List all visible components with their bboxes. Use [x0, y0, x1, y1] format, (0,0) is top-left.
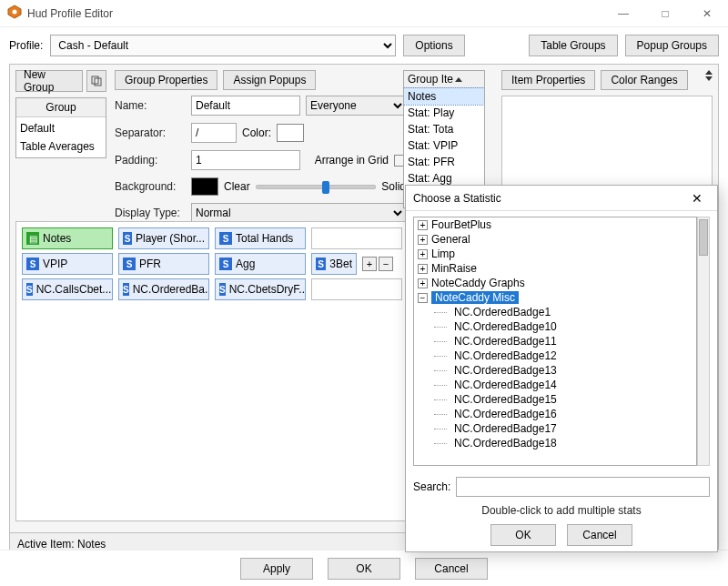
dialog-title: Choose a Statistic [413, 192, 684, 205]
app-icon [7, 5, 22, 22]
table-groups-button[interactable]: Table Groups [529, 35, 617, 56]
expand-icon[interactable]: + [418, 278, 428, 288]
expand-icon[interactable]: + [418, 264, 428, 274]
collapse-icon[interactable]: − [418, 293, 428, 303]
stat-cell[interactable]: SNC.CallsCbet... [22, 278, 113, 300]
tree-leaf[interactable]: NC.OrderedBadge13 [414, 363, 696, 378]
dialog-close-button[interactable]: ✕ [684, 191, 710, 206]
tree-node[interactable]: +MinRaise [414, 261, 696, 276]
close-button[interactable]: ✕ [686, 0, 728, 27]
tab-color-ranges[interactable]: Color Ranges [601, 70, 687, 90]
stat-cell[interactable]: SNC.CbetsDryF... [215, 278, 306, 300]
expand-icon[interactable]: + [418, 220, 428, 230]
stat-icon: S [26, 258, 39, 270]
stat-tree[interactable]: +FourBetPlus +General +Limp +MinRaise +N… [413, 217, 697, 466]
group-items-header: Group Ite [404, 71, 484, 88]
svg-point-1 [13, 10, 17, 15]
profile-select[interactable]: Cash - Default [50, 35, 396, 56]
display-type-label: Display Type: [115, 207, 186, 219]
window-title: Hud Profile Editor [27, 7, 602, 20]
stat-icon: S [26, 283, 33, 296]
opacity-slider[interactable] [256, 185, 377, 189]
clear-label: Clear [224, 180, 250, 193]
padding-label: Padding: [115, 154, 186, 167]
visibility-select[interactable]: Everyone [306, 96, 406, 116]
group-header: Group [16, 98, 106, 117]
active-item-label: Active Item: Notes [17, 538, 106, 551]
color-swatch[interactable] [277, 124, 304, 142]
choose-statistic-dialog: Choose a Statistic ✕ +FourBetPlus +Gener… [405, 185, 718, 552]
dialog-ok-button[interactable]: OK [490, 524, 556, 546]
stat-cell[interactable]: STotal Hands [215, 227, 306, 249]
stat-cell[interactable]: SPlayer (Shor... [118, 227, 209, 249]
solid-label: Solid [381, 180, 406, 193]
add-cell-button[interactable]: + [362, 257, 377, 271]
cancel-button[interactable]: Cancel [415, 558, 488, 580]
ok-button[interactable]: OK [328, 558, 400, 580]
group-properties-panel: Name: Everyone Separator: Color: Padding… [115, 96, 406, 230]
stat-icon: S [123, 258, 136, 270]
groups-list[interactable]: Group Default Table Averages [15, 97, 106, 158]
dialog-hint: Double-click to add multiple stats [406, 504, 717, 517]
dialog-cancel-button[interactable]: Cancel [567, 524, 632, 546]
stat-cell[interactable]: SAgg [215, 253, 306, 275]
group-item[interactable]: Table Averages [16, 137, 106, 156]
tab-item-properties[interactable]: Item Properties [501, 70, 595, 90]
search-input[interactable] [456, 477, 710, 497]
group-item-row[interactable]: Notes [404, 88, 484, 105]
group-item-row[interactable]: Stat: VPIP [404, 137, 484, 154]
tree-node[interactable]: +NoteCaddy Graphs [414, 276, 696, 290]
tree-leaf[interactable]: NC.OrderedBadge15 [414, 392, 696, 407]
expand-icon[interactable]: + [418, 235, 428, 245]
tab-group-properties[interactable]: Group Properties [115, 70, 217, 90]
expand-icon[interactable]: + [418, 249, 428, 259]
clone-group-button[interactable] [86, 70, 106, 92]
padding-input[interactable] [191, 150, 300, 170]
reorder-down-icon[interactable] [705, 76, 713, 81]
tree-node[interactable]: +FourBetPlus [414, 217, 696, 232]
tree-leaf[interactable]: NC.OrderedBadge1 [414, 305, 696, 319]
tree-leaf[interactable]: NC.OrderedBadge17 [414, 421, 696, 436]
stat-cell-notes[interactable]: ▤Notes [22, 227, 113, 249]
group-item-row[interactable]: Stat: PFR [404, 154, 484, 170]
tree-node[interactable]: +General [414, 232, 696, 247]
tab-assign-popups[interactable]: Assign Popups [223, 70, 316, 90]
tree-leaf[interactable]: NC.OrderedBadge16 [414, 407, 696, 421]
name-input[interactable] [191, 96, 300, 116]
tree-node[interactable]: +Limp [414, 247, 696, 261]
tree-scrollbar[interactable] [697, 217, 710, 466]
tree-leaf[interactable]: NC.OrderedBadge12 [414, 349, 696, 363]
reorder-up-icon[interactable] [705, 70, 713, 75]
tree-leaf[interactable]: NC.OrderedBadge10 [414, 319, 696, 334]
group-item-row[interactable]: Stat: Play [404, 105, 484, 121]
options-button[interactable]: Options [403, 35, 464, 56]
stat-cell[interactable]: SVPIP [22, 253, 113, 275]
stat-cell[interactable]: SPFR [118, 253, 209, 275]
stat-cell-empty[interactable] [311, 227, 402, 249]
stat-icon: S [219, 232, 232, 245]
remove-cell-button[interactable]: − [379, 257, 393, 271]
new-group-button[interactable]: New Group [15, 70, 83, 92]
tree-leaf[interactable]: NC.OrderedBadge11 [414, 334, 696, 349]
sort-icon [455, 77, 462, 82]
maximize-button[interactable]: □ [644, 0, 686, 27]
apply-button[interactable]: Apply [240, 558, 313, 580]
group-item-row[interactable]: Stat: Tota [404, 121, 484, 137]
popup-groups-button[interactable]: Popup Groups [625, 35, 719, 56]
separator-input[interactable] [191, 123, 237, 143]
tree-leaf[interactable]: NC.OrderedBadge18 [414, 436, 696, 450]
tree-node-expanded[interactable]: −NoteCaddy Misc [414, 290, 696, 305]
stat-cell[interactable]: S3Bet [311, 253, 357, 275]
profile-label: Profile: [9, 39, 43, 52]
display-type-select[interactable]: Normal [191, 203, 406, 223]
background-swatch[interactable] [191, 177, 218, 196]
stat-cell[interactable]: SNC.OrderedBa... [118, 278, 209, 300]
minimize-button[interactable]: — [602, 0, 644, 27]
tree-leaf[interactable]: NC.OrderedBadge14 [414, 378, 696, 392]
stat-icon: S [219, 258, 232, 270]
arrange-label: Arrange in Grid [306, 154, 389, 167]
color-label: Color: [242, 126, 271, 139]
group-item[interactable]: Default [16, 119, 106, 137]
stat-cell-empty[interactable] [311, 278, 402, 300]
stat-icon: S [123, 283, 129, 296]
